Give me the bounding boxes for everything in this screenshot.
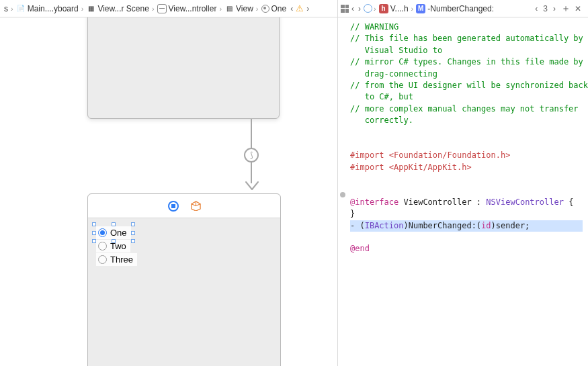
view-icon: ▤ bbox=[224, 4, 234, 13]
breadcrumb-right: ‹ › › h V....h › M -NumberChanged: ‹ 3 ›… bbox=[338, 0, 588, 17]
first-responder-icon[interactable] bbox=[168, 201, 179, 212]
viewcontroller-icon bbox=[157, 4, 167, 13]
code-comment: to C#, but bbox=[350, 92, 413, 101]
breadcrumb-item[interactable]: One bbox=[260, 4, 288, 13]
code-type: NSViewController bbox=[486, 197, 564, 207]
forward-icon[interactable]: › bbox=[357, 4, 362, 13]
code-comment: // mirror C# types. Changes in this file… bbox=[350, 57, 583, 66]
breadcrumb-item[interactable]: View...ntroller bbox=[156, 4, 218, 13]
counterparts-icon[interactable] bbox=[364, 4, 372, 13]
breadcrumb-item[interactable]: h V....h bbox=[378, 4, 410, 13]
code-comment: // This file has been generated automati… bbox=[350, 34, 583, 43]
code-comment: correctly. bbox=[350, 116, 413, 125]
segue-knob-icon[interactable]: ⟆ bbox=[244, 148, 259, 163]
radio-indicator-icon bbox=[98, 242, 107, 250]
prev-icon[interactable]: ‹ bbox=[534, 4, 539, 13]
code-directive: #import bbox=[350, 150, 384, 160]
warning-icon[interactable]: ⚠ bbox=[296, 3, 304, 13]
code-highlighted-line: - (IBAction)NumberChanged:(id)sender; bbox=[350, 220, 583, 232]
breadcrumb-left: s › 📄 Main....yboard › ▦ View...r Scene … bbox=[0, 0, 338, 17]
view-controller-scene[interactable]: One Two Three bbox=[87, 193, 281, 366]
scene-exit-icon[interactable] bbox=[191, 201, 201, 211]
radio-indicator-icon bbox=[98, 228, 107, 237]
radio-button-three[interactable]: Three bbox=[96, 253, 137, 266]
code-directive: #import bbox=[350, 163, 384, 172]
chevron-left-icon[interactable]: ‹ bbox=[289, 4, 294, 13]
arrow-down-icon bbox=[245, 181, 259, 192]
code-include: <AppKit/AppKit.h> bbox=[389, 163, 472, 172]
file-icon: 📄 bbox=[16, 4, 26, 13]
radio-icon bbox=[261, 5, 269, 13]
breadcrumb-item[interactable]: ▦ View...r Scene bbox=[85, 4, 151, 13]
interface-builder-canvas[interactable]: ⟆ One bbox=[0, 17, 338, 366]
chevron-right-icon[interactable]: › bbox=[305, 4, 310, 13]
code-comment: // WARNING bbox=[350, 22, 398, 32]
scene-titlebar bbox=[88, 194, 280, 218]
breadcrumb-item[interactable]: s bbox=[3, 4, 9, 13]
method-icon: M bbox=[416, 4, 425, 13]
breadcrumb-item[interactable]: 📄 Main....yboard bbox=[15, 4, 80, 13]
radio-button-one[interactable]: One bbox=[96, 226, 131, 239]
breadcrumb-item[interactable]: ▤ View bbox=[223, 4, 255, 13]
code-comment: Visual Studio to bbox=[350, 46, 442, 55]
radio-button-group[interactable]: One Two Three bbox=[96, 226, 137, 266]
code-keyword: @end bbox=[350, 244, 370, 253]
radio-indicator-icon bbox=[98, 255, 107, 264]
code-include: <Foundation/Foundation.h> bbox=[389, 150, 511, 160]
back-icon[interactable]: ‹ bbox=[350, 4, 355, 13]
close-assistant-icon[interactable]: ✕ bbox=[575, 4, 581, 13]
code-comment: drag-connecting bbox=[350, 69, 437, 79]
next-icon[interactable]: › bbox=[552, 4, 557, 13]
scene-icon: ▦ bbox=[86, 4, 95, 13]
breadcrumb-item[interactable]: M -NumberChanged: bbox=[415, 4, 495, 13]
add-assistant-icon[interactable]: ＋ bbox=[561, 3, 571, 15]
code-keyword: @interface bbox=[350, 197, 398, 207]
window-preview[interactable] bbox=[87, 17, 280, 119]
code-comment: // from the UI designer will be synchron… bbox=[350, 81, 588, 90]
radio-button-two[interactable]: Two bbox=[96, 240, 130, 253]
code-editor[interactable]: // WARNING // This file has been generat… bbox=[338, 17, 588, 366]
assistant-counter: 3 bbox=[543, 4, 548, 13]
code-class: ViewController bbox=[403, 197, 471, 207]
code-comment: // more complex manual changes may not t… bbox=[350, 104, 579, 113]
header-file-icon: h bbox=[379, 4, 388, 13]
